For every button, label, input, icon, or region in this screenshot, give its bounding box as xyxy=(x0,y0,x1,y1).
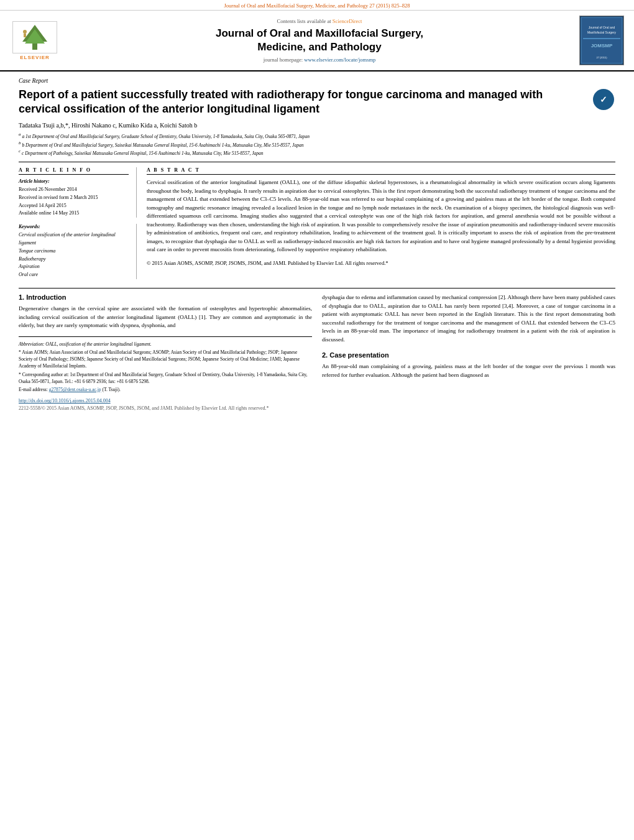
svg-point-4 xyxy=(23,30,27,34)
journal-cover-image: Journal of Oral and Maxillofacial Surger… xyxy=(579,16,624,65)
divider-2 xyxy=(19,288,615,288)
journal-header: ELSEVIER Contents lists available at Sci… xyxy=(0,11,634,72)
science-direct-link[interactable]: ScienceDirect xyxy=(333,18,362,24)
journal-citation: Journal of Oral and Maxillofacial Surger… xyxy=(224,2,410,9)
svg-text:27 (2015): 27 (2015) xyxy=(596,56,607,59)
keyword-4: Aspiration xyxy=(19,263,129,271)
elsevier-logo: ELSEVIER xyxy=(10,21,60,60)
article-title: Report of a patient successfully treated… xyxy=(19,88,586,117)
received-revised-date: Received in revised form 2 March 2015 xyxy=(19,194,129,202)
svg-text:Maxillofacial Surgery: Maxillofacial Surgery xyxy=(587,30,617,34)
journal-homepage-info: journal homepage: www.elsevier.com/locat… xyxy=(66,57,573,63)
body-two-col: 1. Introduction Degenerative changes in … xyxy=(19,293,615,411)
abstract-text: Cervical ossification of the anterior lo… xyxy=(147,178,615,267)
body-right-col: dysphagia due to edema and inflammation … xyxy=(322,293,615,411)
svg-rect-5 xyxy=(24,34,26,37)
doi-line: http://dx.doi.org/10.1016/j.ajoms.2015.0… xyxy=(19,398,312,404)
elsevier-tree-svg xyxy=(14,22,56,53)
keyword-5: Oral care xyxy=(19,271,129,279)
history-label: Article history: xyxy=(19,178,129,184)
content-area: Case Report Report of a patient successf… xyxy=(0,72,634,417)
journal-citation-bar: Journal of Oral and Maxillofacial Surger… xyxy=(0,0,634,11)
elsevier-logo-box xyxy=(12,21,57,53)
article-info-heading: A R T I C L E I N F O xyxy=(19,167,129,175)
authors-line: Tadataka Tsuji a,b,*, Hiroshi Nakano c, … xyxy=(19,122,615,129)
affiliation-a: a a 1st Department of Oral and Maxillofa… xyxy=(19,131,615,140)
doi-link[interactable]: http://dx.doi.org/10.1016/j.ajoms.2015.0… xyxy=(19,398,111,404)
case-presentation-heading: 2. Case presentation xyxy=(322,351,615,359)
svg-text:Journal of Oral and: Journal of Oral and xyxy=(589,25,615,29)
intro-text: Degenerative changes in the cervical spi… xyxy=(19,305,312,330)
copyright-line: © 2015 Asian AOMS, ASOMP, JSOP, JSOMS, J… xyxy=(147,259,615,267)
keyword-2: Tongue carcinoma xyxy=(19,247,129,256)
article-type-label: Case Report xyxy=(19,78,615,84)
journal-title-center: Contents lists available at ScienceDirec… xyxy=(60,18,579,63)
abstract-heading: A B S T R A C T xyxy=(147,167,615,175)
intro-heading: 1. Introduction xyxy=(19,293,312,301)
case-presentation-text: An 88-year-old man complaining of a grow… xyxy=(322,362,615,379)
right-column: A B S T R A C T Cervical ossification of… xyxy=(147,167,615,279)
issn-line: 2212-5558/© 2015 Asian AOMS, ASOMP, JSOP… xyxy=(19,405,312,411)
page-wrapper: { "top_bar": { "journal_ref": "Journal o… xyxy=(0,0,634,417)
intro-right-text: dysphagia due to edema and inflammation … xyxy=(322,293,615,344)
available-date: Available online 14 May 2015 xyxy=(19,210,129,218)
email-link[interactable]: g27875@dent.osaka-u.ac.jp xyxy=(49,387,101,392)
star1-footnote: * Asian AOMS; Asian Association of Oral … xyxy=(19,349,312,370)
affiliations: a a 1st Department of Oral and Maxillofa… xyxy=(19,131,615,157)
article-info-box: A R T I C L E I N F O Article history: R… xyxy=(19,167,137,218)
article-info-abstract-cols: A R T I C L E I N F O Article history: R… xyxy=(19,167,615,279)
accepted-date: Accepted 14 April 2015 xyxy=(19,202,129,210)
abbreviation-footnote: Abbreviation: OALL, ossification of the … xyxy=(19,341,312,348)
email-footnote: E-mail address: g27875@dent.osaka-u.ac.j… xyxy=(19,386,312,393)
crossmark-circle: ✓ xyxy=(593,89,614,110)
cover-svg: Journal of Oral and Maxillofacial Surger… xyxy=(580,16,623,65)
article-title-row: Report of a patient successfully treated… xyxy=(19,88,615,117)
elsevier-label-text: ELSEVIER xyxy=(20,55,50,60)
received-date: Received 26 November 2014 xyxy=(19,186,129,194)
divider-1 xyxy=(19,162,615,162)
keywords-label: Keywords: xyxy=(19,224,129,229)
journal-homepage-link[interactable]: www.elsevier.com/locate/jomsmp xyxy=(304,57,375,63)
affiliation-b: b b Department of Oral and Maxillofacial… xyxy=(19,140,615,149)
body-left-col: 1. Introduction Degenerative changes in … xyxy=(19,293,312,411)
keyword-1: Cervical ossification of the anterior lo… xyxy=(19,231,129,247)
keyword-3: Radiotherapy xyxy=(19,256,129,264)
affiliation-c: c c Department of Pathology, Saiseikai M… xyxy=(19,148,615,157)
left-column: A R T I C L E I N F O Article history: R… xyxy=(19,167,137,279)
journal-title-text: Journal of Oral and Maxillofacial Surger… xyxy=(66,27,573,54)
crossmark-logo[interactable]: ✓ xyxy=(592,88,615,111)
science-direct-info: Contents lists available at ScienceDirec… xyxy=(66,18,573,24)
svg-rect-10 xyxy=(583,38,620,39)
star2-footnote: * Corresponding author at: 1st Departmen… xyxy=(19,371,312,385)
keywords-section: Keywords: Cervical ossification of the a… xyxy=(19,224,137,279)
svg-text:JOMSMP: JOMSMP xyxy=(591,43,613,48)
footnote-area: Abbreviation: OALL, ossification of the … xyxy=(19,336,312,394)
